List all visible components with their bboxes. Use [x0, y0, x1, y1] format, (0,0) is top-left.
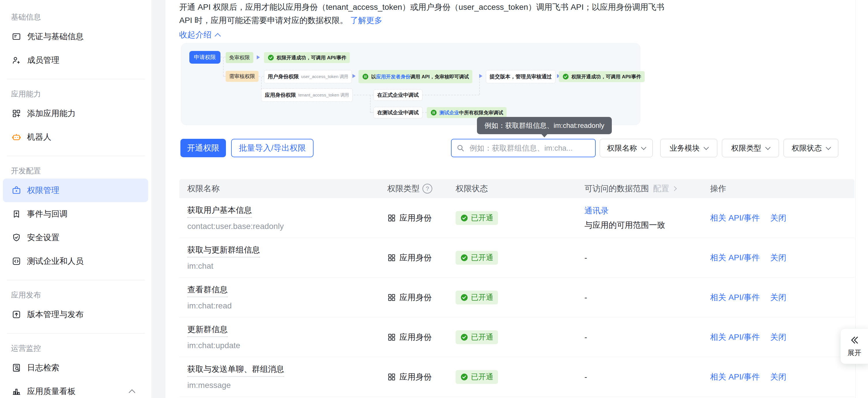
chevron-down-icon: [765, 144, 770, 150]
help-icon[interactable]: ?: [423, 184, 432, 194]
sidebar-item-security[interactable]: 安全设置: [3, 226, 148, 250]
status-badge: 已开通: [456, 330, 498, 344]
dev-identity-link[interactable]: 应用开发者身份: [376, 73, 410, 80]
scope-empty: -: [584, 253, 587, 262]
close-permission-link[interactable]: 关闭: [770, 332, 786, 343]
header-data-scope: 可访问的数据范围: [584, 183, 649, 194]
table-row: 查看群信息 im:chat:read 应用身份 已开通 - 相关 API/事件 …: [179, 277, 855, 318]
filter-permission-type[interactable]: 权限类型: [722, 139, 779, 157]
close-permission-link[interactable]: 关闭: [770, 292, 786, 303]
app-identity-grid-icon: [387, 293, 396, 302]
close-permission-link[interactable]: 关闭: [770, 252, 786, 263]
permission-code: im:message: [187, 381, 231, 390]
sidebar-item-log-search[interactable]: 日志检索: [3, 356, 148, 379]
filter-permission-status[interactable]: 权限状态: [783, 139, 838, 157]
batch-import-export-button[interactable]: 批量导入/导出权限: [231, 139, 314, 157]
search-icon: [456, 144, 465, 152]
permission-type: 应用身份: [399, 371, 432, 383]
flow-connector: [370, 112, 373, 113]
app-identity-grid-icon: [387, 214, 396, 222]
add-capability-icon: [11, 108, 21, 119]
sidebar-item-label: 应用质量看板: [27, 386, 75, 397]
flow-success-node: 权限开通成功，可调用 API/事件: [559, 71, 645, 82]
chevron-down-icon: [641, 144, 646, 150]
permission-name[interactable]: 更新群信息: [187, 324, 228, 337]
intro-text: 开通 API 权限后，应用才能以应用身份（tenant_access_token…: [179, 3, 664, 25]
related-api-link[interactable]: 相关 API/事件: [710, 252, 760, 263]
sidebar-item-add-capability[interactable]: 添加应用能力: [3, 102, 148, 125]
flow-connector: [422, 112, 427, 113]
sidebar-item-members[interactable]: 成员管理: [3, 48, 148, 72]
chevron-up-icon: [215, 33, 221, 39]
sidebar-item-version-release[interactable]: 版本管理与发布: [3, 303, 148, 326]
search-input[interactable]: [469, 143, 590, 153]
flow-connector: [422, 95, 479, 95]
sidebar-section-capabilities: 应用能力: [0, 86, 152, 102]
check-circle-icon: [460, 214, 468, 222]
chevron-up-icon[interactable]: [129, 389, 135, 396]
security-shield-icon: [11, 233, 21, 242]
test-corp-link[interactable]: 测试企业: [439, 109, 459, 116]
sidebar-item-label: 凭证与基础信息: [27, 31, 84, 42]
learn-more-link[interactable]: 了解更多: [350, 16, 382, 25]
chevron-down-icon: [826, 144, 831, 150]
expand-panel-button[interactable]: 展开: [840, 328, 868, 364]
header-actions: 操作: [710, 183, 726, 194]
debug-circle-icon: [430, 109, 437, 116]
sidebar-item-label: 日志检索: [27, 362, 59, 373]
permission-search-box[interactable]: [451, 139, 596, 157]
permission-type: 应用身份: [399, 332, 432, 343]
related-api-link[interactable]: 相关 API/事件: [710, 332, 760, 343]
sidebar-section-dev-config: 开发配置: [0, 163, 152, 178]
permission-name[interactable]: 查看群信息: [187, 284, 228, 297]
app-identity-grid-icon: [387, 333, 396, 341]
filter-permission-name[interactable]: 权限名称: [600, 139, 653, 157]
configure-scope-link[interactable]: 配置: [653, 183, 676, 194]
sidebar-divider: [7, 280, 145, 280]
permission-code: im:chat: [187, 262, 213, 271]
related-api-link[interactable]: 相关 API/事件: [710, 292, 760, 303]
app-identity-grid-icon: [387, 254, 396, 262]
sidebar-item-permissions[interactable]: 权限管理: [3, 178, 148, 202]
sidebar-item-label: 安全设置: [27, 232, 59, 243]
related-api-link[interactable]: 相关 API/事件: [710, 212, 760, 224]
header-permission-name: 权限名称: [187, 183, 220, 194]
collapse-intro-link[interactable]: 收起介绍: [179, 29, 220, 40]
release-icon: [11, 309, 21, 320]
flow-success-node: 权限开通成功，可调用 API/事件: [264, 52, 350, 63]
flow-connector: [258, 76, 264, 77]
credential-card-icon: [11, 32, 21, 41]
chevron-right-icon: [672, 186, 677, 191]
sidebar-item-credentials[interactable]: 凭证与基础信息: [3, 25, 148, 48]
filter-business-module[interactable]: 业务模块: [660, 139, 717, 157]
sidebar-item-bot[interactable]: 机器人: [3, 125, 148, 149]
close-permission-link[interactable]: 关闭: [770, 371, 786, 383]
quality-dashboard-icon: [11, 387, 21, 396]
permission-type: 应用身份: [399, 212, 432, 224]
scope-contacts-link[interactable]: 通讯录: [584, 205, 609, 216]
sidebar-section-monitoring: 运营监控: [0, 340, 152, 356]
check-circle-icon: [460, 333, 468, 341]
expand-panel-label: 展开: [847, 348, 861, 357]
sidebar-item-test-corp[interactable]: 测试企业和人员: [3, 250, 148, 273]
close-permission-link[interactable]: 关闭: [770, 212, 786, 224]
debug-circle-icon: [362, 73, 369, 80]
related-api-link[interactable]: 相关 API/事件: [710, 371, 760, 383]
open-permission-button[interactable]: 开通权限: [180, 139, 226, 157]
permission-name[interactable]: 获取与发送单聊、群组消息: [187, 364, 284, 377]
flow-connector: [479, 78, 480, 95]
sidebar-item-quality-dashboard[interactable]: 应用质量看板: [3, 379, 148, 398]
permission-name[interactable]: 获取与更新群组信息: [187, 244, 260, 258]
status-badge: 已开通: [456, 370, 498, 384]
status-badge: 已开通: [456, 211, 498, 225]
test-corp-icon: [11, 256, 21, 266]
content-gutter: [152, 0, 165, 398]
sidebar-item-label: 权限管理: [27, 185, 59, 196]
table-header: 权限名称 权限类型? 权限状态 可访问的数据范围配置 操作: [179, 179, 855, 198]
sidebar-item-events[interactable]: 事件与回调: [3, 202, 148, 226]
sidebar-section-basic-info: 基础信息: [0, 9, 152, 25]
permission-name[interactable]: 获取用户基本信息: [187, 205, 252, 218]
table-row: 获取用户基本信息 contact:user.base:readonly 应用身份…: [179, 198, 855, 238]
flow-dev-debug-node: 以应用开发者身份调用 API，免审核即可调试: [359, 70, 472, 83]
app-identity-grid-icon: [387, 373, 396, 381]
